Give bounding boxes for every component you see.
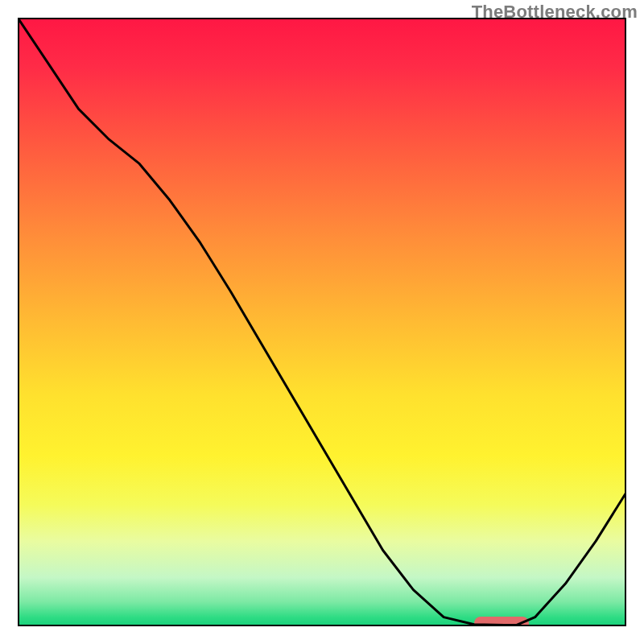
chart-container: TheBottleneck.com [0,0,644,644]
watermark-text: TheBottleneck.com [472,2,638,23]
gradient-background [18,18,626,626]
plot-area [18,18,626,626]
chart-svg [18,18,626,626]
